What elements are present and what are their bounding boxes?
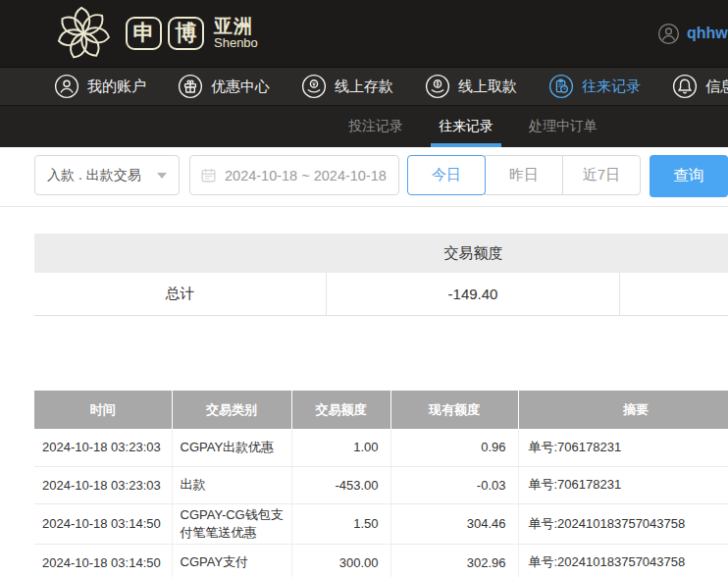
tab-label: 投注记录 <box>348 118 403 135</box>
nav-item-online-withdrawal[interactable]: 线上取款 <box>425 74 517 99</box>
today-button[interactable]: 今日 <box>407 155 486 195</box>
last-7-days-button[interactable]: 近7日 <box>562 155 641 195</box>
col-header-balance: 现有额度 <box>390 391 518 429</box>
cell-category: CGPAY支付 <box>172 544 291 577</box>
cell-amount: 1.50 <box>291 503 390 544</box>
table-row: 2024-10-18 03:23:03 出款 -453.00 -0.03 单号:… <box>34 466 728 503</box>
filter-bar: 入款 . 出款交易 2024-10-18 ~ 2024-10-18 今日 昨日 … <box>0 147 728 207</box>
yesterday-button[interactable]: 昨日 <box>485 155 563 195</box>
summary-total-row: 总计 -149.40 <box>34 273 728 316</box>
cell-balance: 302.96 <box>390 544 518 577</box>
gift-icon <box>178 74 203 99</box>
date-range-picker[interactable]: 2024-10-18 ~ 2024-10-18 <box>189 155 399 195</box>
cell-category: CGPAY-CG钱包支付笔笔送优惠 <box>172 503 291 544</box>
withdraw-icon <box>425 74 450 99</box>
cell-summary: 单号:706178231 <box>518 429 728 466</box>
summary-header-row: 交易额度 <box>34 234 728 273</box>
nav-label: 线上存款 <box>335 78 393 96</box>
nav-item-online-deposit[interactable]: 线上存款 <box>301 74 393 99</box>
table-row: 2024-10-18 03:23:03 CGPAY出款优惠 1.00 0.96 … <box>34 429 728 466</box>
transaction-records-page: 申 博 亚洲 Shenbo qhhw 我的账户 <box>0 0 728 577</box>
cell-time: 2024-10-18 03:23:03 <box>34 466 172 503</box>
nav-item-messages[interactable]: 信息 <box>672 74 728 99</box>
logo-region-text: 亚洲 <box>214 17 258 36</box>
user-icon <box>54 74 79 99</box>
username-text: qhhw <box>687 25 728 42</box>
cell-balance: -0.03 <box>390 466 518 503</box>
transaction-type-value: 入款 . 出款交易 <box>47 167 141 184</box>
cell-balance: 0.96 <box>390 429 518 466</box>
sub-navigation: 投注记录 往来记录 处理中订单 <box>0 106 728 147</box>
main-navigation: 我的账户 优惠中心 线上存款 <box>0 67 728 106</box>
transaction-type-select[interactable]: 入款 . 出款交易 <box>34 155 180 195</box>
search-button[interactable]: 查询 <box>650 155 728 197</box>
logo-char-shen: 申 <box>126 17 162 50</box>
cell-summary: 单号:202410183757043758 <box>518 544 728 577</box>
summary-total-label: 总计 <box>34 273 327 315</box>
tab-transaction-records[interactable]: 往来记录 <box>431 106 501 147</box>
nav-item-promotions[interactable]: 优惠中心 <box>178 74 270 99</box>
cell-time: 2024-10-18 03:23:03 <box>34 429 172 466</box>
tab-label: 处理中订单 <box>529 118 598 135</box>
cell-amount: 300.00 <box>291 544 390 577</box>
brand-logo[interactable]: 申 博 亚洲 Shenbo <box>51 3 258 64</box>
records-icon <box>548 74 574 99</box>
col-header-summary: 摘要 <box>518 391 728 429</box>
nav-label: 我的账户 <box>87 78 146 96</box>
col-header-amount: 交易额度 <box>291 391 390 429</box>
summary-total-value: -149.40 <box>327 273 620 315</box>
cell-category: CGPAY出款优惠 <box>172 429 291 466</box>
cell-summary: 单号:202410183757043758 <box>518 503 728 544</box>
summary-empty-cell <box>620 273 728 315</box>
cell-balance: 304.46 <box>390 503 518 544</box>
calendar-icon <box>200 167 217 184</box>
table-row: 2024-10-18 03:14:50 CGPAY支付 300.00 302.9… <box>34 544 728 577</box>
cell-amount: -453.00 <box>291 466 390 503</box>
tab-processing-orders[interactable]: 处理中订单 <box>521 106 605 147</box>
cell-time: 2024-10-18 03:14:50 <box>34 503 172 544</box>
col-header-category: 交易类别 <box>172 391 291 429</box>
nav-label: 往来记录 <box>582 78 641 96</box>
cell-amount: 1.00 <box>291 429 390 466</box>
cell-summary: 单号:706178231 <box>518 466 728 503</box>
transactions-table: 时间 交易类别 交易额度 现有额度 摘要 2024-10-18 03:23:03… <box>34 391 728 577</box>
date-range-value: 2024-10-18 ~ 2024-10-18 <box>225 168 387 184</box>
flower-logo-icon <box>51 3 116 64</box>
logo-char-bo: 博 <box>168 17 204 50</box>
cell-time: 2024-10-18 03:14:50 <box>34 544 172 577</box>
logo-brand-text: Shenbo <box>214 36 258 50</box>
chevron-down-icon <box>157 173 167 179</box>
user-account-link[interactable]: qhhw <box>657 0 728 67</box>
deposit-icon <box>301 74 327 99</box>
col-header-time: 时间 <box>34 391 172 429</box>
avatar-icon <box>657 23 680 45</box>
nav-label: 优惠中心 <box>211 78 270 96</box>
cell-category: 出款 <box>172 466 291 503</box>
quick-date-button-group: 今日 昨日 近7日 <box>407 155 641 195</box>
top-header: 申 博 亚洲 Shenbo qhhw <box>0 0 728 67</box>
table-row: 2024-10-18 03:14:50 CGPAY-CG钱包支付笔笔送优惠 1.… <box>34 503 728 544</box>
nav-label: 信息 <box>705 78 728 96</box>
nav-item-transaction-records[interactable]: 往来记录 <box>548 74 641 99</box>
transactions-table-wrapper: 时间 交易类别 交易额度 现有额度 摘要 2024-10-18 03:23:03… <box>34 391 728 577</box>
tab-betting-records[interactable]: 投注记录 <box>340 106 411 147</box>
bell-icon <box>672 74 698 99</box>
table-header-row: 时间 交易类别 交易额度 现有额度 摘要 <box>34 391 728 429</box>
summary-amount-header: 交易额度 <box>327 244 620 263</box>
tab-label: 往来记录 <box>439 118 494 135</box>
nav-item-my-account[interactable]: 我的账户 <box>54 74 146 99</box>
summary-table: 交易额度 总计 -149.40 <box>34 234 728 316</box>
nav-label: 线上取款 <box>458 78 517 96</box>
